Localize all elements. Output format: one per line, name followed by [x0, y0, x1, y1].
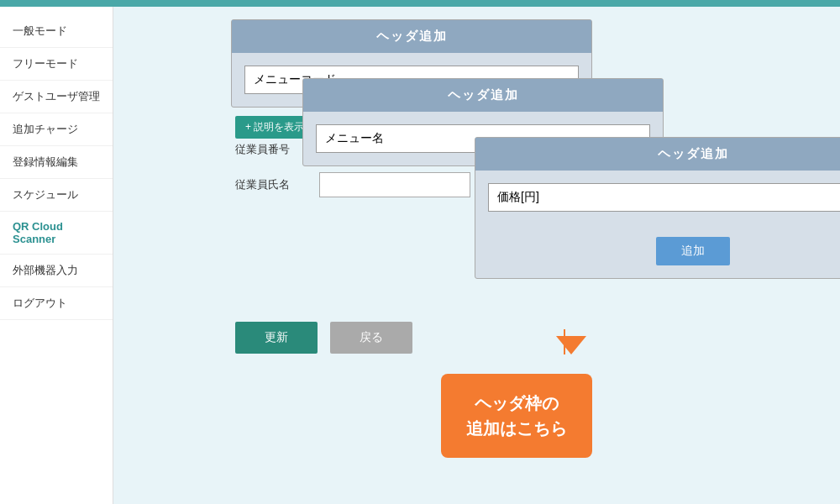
dialog-header-2: ヘッダ追加	[303, 79, 663, 112]
sidebar-item-guest-user[interactable]: ゲストユーザ管理	[0, 81, 113, 113]
sidebar-item-add-charge[interactable]: 追加チャージ	[0, 113, 113, 146]
add-button-area: 追加	[475, 224, 840, 278]
dialog-body-3	[475, 171, 840, 224]
employee-name-field[interactable]	[319, 172, 470, 197]
layout: 一般モード フリーモード ゲストユーザ管理 追加チャージ 登録情報編集 スケジュ…	[0, 7, 840, 504]
dialog-header-3: ヘッダ追加	[475, 138, 840, 171]
sidebar: 一般モード フリーモード ゲストユーザ管理 追加チャージ 登録情報編集 スケジュ…	[0, 7, 113, 504]
top-bar	[0, 0, 840, 7]
add-button[interactable]: 追加	[656, 237, 730, 265]
callout-arrow	[556, 336, 586, 354]
sidebar-item-external-device[interactable]: 外部機器入力	[0, 255, 113, 287]
sidebar-item-qr-cloud-scanner[interactable]: QR Cloud Scanner	[0, 212, 113, 255]
dialog-header-1: ヘッダ追加	[232, 20, 591, 53]
price-input[interactable]	[488, 183, 840, 212]
callout-line1: ヘッダ枠の	[475, 394, 559, 412]
employee-name-label: 従業員氏名	[235, 177, 319, 192]
form-row-employee-name: 従業員氏名	[235, 172, 470, 197]
callout-line2: 追加はこちら	[466, 419, 567, 438]
sidebar-item-logout[interactable]: ログアウト	[0, 287, 113, 320]
sidebar-item-schedule[interactable]: スケジュール	[0, 179, 113, 212]
sidebar-item-free-mode[interactable]: フリーモード	[0, 48, 113, 81]
back-button[interactable]: 戻る	[330, 322, 412, 354]
header-add-dialog-3: ヘッダ追加 追加	[475, 137, 840, 279]
sidebar-item-edit-info[interactable]: 登録情報編集	[0, 146, 113, 179]
action-buttons: 更新 戻る	[235, 322, 412, 354]
callout-tooltip: ヘッダ枠の 追加はこちら	[441, 374, 592, 458]
sidebar-item-general-mode[interactable]: 一般モード	[0, 15, 113, 48]
main-content: ヘッダ追加 + 説明を表示 従業員番号 従業員氏名 更新 戻る ヘッダ追加	[113, 7, 840, 504]
update-button[interactable]: 更新	[235, 322, 318, 354]
